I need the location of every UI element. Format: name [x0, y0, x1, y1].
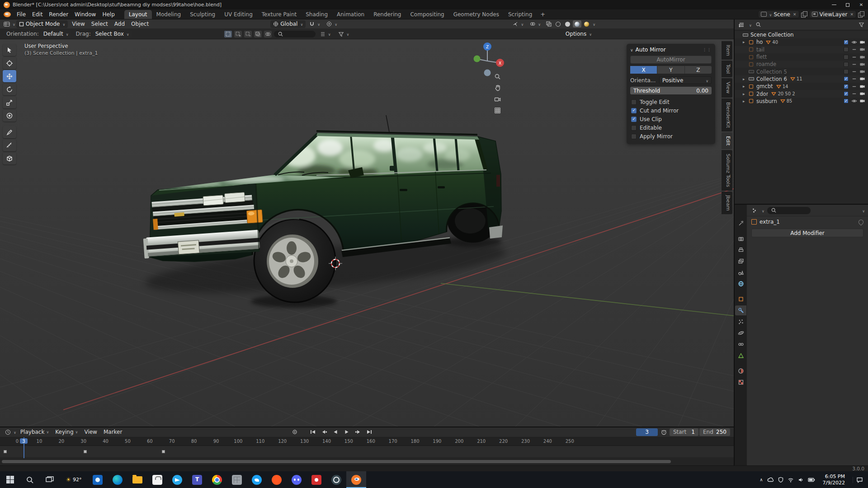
hide-in-viewport-toggle[interactable] — [851, 54, 857, 60]
tool-annotate[interactable] — [3, 126, 16, 138]
tool-measure[interactable] — [3, 139, 16, 151]
properties-tab-scene[interactable] — [735, 267, 746, 277]
timeline-editor-caret[interactable] — [13, 429, 16, 435]
viewport-menu-item[interactable]: View — [69, 20, 88, 28]
select-mode-set[interactable] — [224, 31, 232, 38]
timeline-track-area[interactable] — [0, 446, 734, 457]
checkbox[interactable] — [631, 99, 637, 105]
tool-rotate[interactable] — [3, 83, 16, 95]
hide-in-viewport-toggle[interactable] — [851, 98, 857, 104]
select-mode-extend[interactable] — [234, 31, 242, 38]
tool-add-cube[interactable] — [3, 152, 16, 164]
properties-tab-view-layer[interactable] — [735, 256, 746, 266]
task-view-button[interactable] — [40, 471, 60, 488]
editor-type-icon[interactable] — [3, 21, 11, 27]
show-gizmo-toggle[interactable] — [510, 20, 526, 28]
exclude-checkbox[interactable] — [844, 76, 849, 81]
weather-widget[interactable]: ☀92° — [60, 471, 88, 488]
jump-to-end-button[interactable] — [364, 428, 374, 436]
close-button[interactable]: ✕ — [854, 0, 868, 9]
perspective-toggle-control[interactable] — [493, 106, 502, 115]
auto-key-button[interactable] — [290, 428, 300, 436]
drag-dropdown[interactable]: Select Box — [93, 30, 132, 38]
timeline-menu-item[interactable]: Playback∨ — [17, 428, 52, 436]
timeline-scrollbar[interactable] — [0, 457, 734, 465]
hide-in-viewport-toggle[interactable] — [851, 61, 857, 67]
xray-toggle[interactable] — [544, 20, 553, 28]
taskbar-app-chrome[interactable] — [207, 471, 227, 488]
3d-viewport[interactable]: User Perspective (3) Scene Collection | … — [0, 39, 734, 427]
checkbox[interactable] — [631, 117, 637, 122]
mode-dropdown[interactable]: Object Mode — [16, 20, 68, 28]
menu-item[interactable]: Render — [46, 10, 71, 19]
properties-filter-caret[interactable] — [861, 207, 865, 214]
viewlayer-selector[interactable]: ViewLayer ✕ — [809, 10, 856, 18]
taskbar-app-store[interactable] — [147, 471, 167, 488]
expand-caret-icon[interactable] — [743, 40, 748, 44]
shading-rendered-button[interactable] — [582, 20, 591, 28]
sidebar-tab[interactable]: Sollumz Tools — [722, 150, 732, 191]
timeline-marker[interactable] — [84, 450, 87, 453]
expand-caret-icon[interactable] — [743, 92, 748, 96]
menu-item[interactable]: File — [14, 10, 29, 19]
panel-collapse-icon[interactable] — [630, 47, 633, 53]
outliner-row[interactable]: gmcbt 14 — [735, 83, 868, 90]
shading-material-button[interactable] — [573, 20, 581, 28]
notification-center-button[interactable] — [853, 477, 866, 483]
taskbar-app-teams[interactable] — [187, 471, 207, 488]
menu-item[interactable]: Help — [99, 10, 118, 19]
remove-viewlayer-icon[interactable]: ✕ — [849, 12, 854, 17]
option-checkbox-row[interactable]: Use Clip — [629, 115, 712, 123]
workspace-tab[interactable]: Texture Paint — [257, 10, 301, 19]
properties-tab-output[interactable] — [735, 245, 746, 255]
tool-cursor[interactable] — [3, 57, 16, 69]
option-checkbox-row[interactable]: Toggle Edit — [629, 98, 712, 106]
sidebar-tab[interactable]: Edit — [722, 132, 732, 149]
start-button[interactable] — [0, 471, 20, 488]
onedrive-icon[interactable] — [767, 477, 774, 483]
taskbar-app-discord[interactable] — [287, 471, 307, 488]
taskbar-app-orange[interactable] — [267, 471, 287, 488]
disable-in-renders-toggle[interactable] — [859, 61, 865, 67]
end-frame-field[interactable]: End250 — [699, 428, 730, 436]
checkbox[interactable] — [631, 125, 637, 131]
disable-in-renders-toggle[interactable] — [859, 98, 865, 104]
snapping-toggle[interactable] — [307, 20, 323, 28]
axis-toggle[interactable]: Y — [657, 66, 684, 74]
battery-icon[interactable] — [808, 478, 815, 482]
shield-icon[interactable] — [778, 477, 783, 483]
item-label[interactable]: Scene Collection — [750, 32, 794, 38]
disable-in-renders-toggle[interactable] — [859, 91, 865, 97]
unlink-scene-icon[interactable]: ✕ — [792, 12, 797, 17]
outliner-row[interactable]: ho 40 — [735, 38, 868, 46]
wifi-icon[interactable] — [788, 477, 794, 483]
outliner-editor-caret[interactable] — [748, 22, 752, 28]
outliner-row[interactable]: 2dor 20 50 2 — [735, 90, 868, 97]
properties-tab-physics[interactable] — [735, 328, 746, 338]
disable-in-renders-toggle[interactable] — [859, 69, 865, 75]
viewport-menu-item[interactable]: Add — [111, 20, 128, 28]
sidebar-tab[interactable]: Jbeam — [722, 192, 732, 214]
workspace-tab[interactable]: Animation — [332, 10, 369, 19]
next-keyframe-button[interactable] — [353, 428, 363, 436]
sidebar-tab[interactable]: Item — [722, 41, 732, 60]
mirror-orientation-dropdown[interactable]: Positive — [659, 76, 712, 84]
hide-in-viewport-toggle[interactable] — [851, 69, 857, 75]
automirror-button[interactable]: AutoMirror — [630, 56, 712, 64]
exclude-checkbox[interactable] — [844, 40, 849, 45]
taskbar-app-edge[interactable] — [108, 471, 127, 488]
timeline-menu-item[interactable]: View∨ — [81, 428, 100, 436]
current-frame-field[interactable]: 3 — [636, 428, 658, 436]
checkbox[interactable] — [631, 108, 637, 113]
exclude-checkbox[interactable] — [844, 91, 849, 96]
outliner-row[interactable]: roamde — [735, 61, 868, 68]
select-mode-invert[interactable] — [254, 31, 262, 38]
expand-caret-icon[interactable] — [743, 84, 748, 89]
exclude-checkbox[interactable] — [844, 62, 849, 67]
workspace-tab[interactable]: Sculpting — [185, 10, 220, 19]
hidden-icons-chevron[interactable]: ∧ — [760, 477, 763, 482]
play-button[interactable] — [342, 428, 352, 436]
exclude-checkbox[interactable] — [844, 47, 849, 52]
threshold-slider[interactable]: Threshold0.00 — [630, 87, 712, 94]
properties-tab-particles[interactable] — [735, 317, 746, 327]
